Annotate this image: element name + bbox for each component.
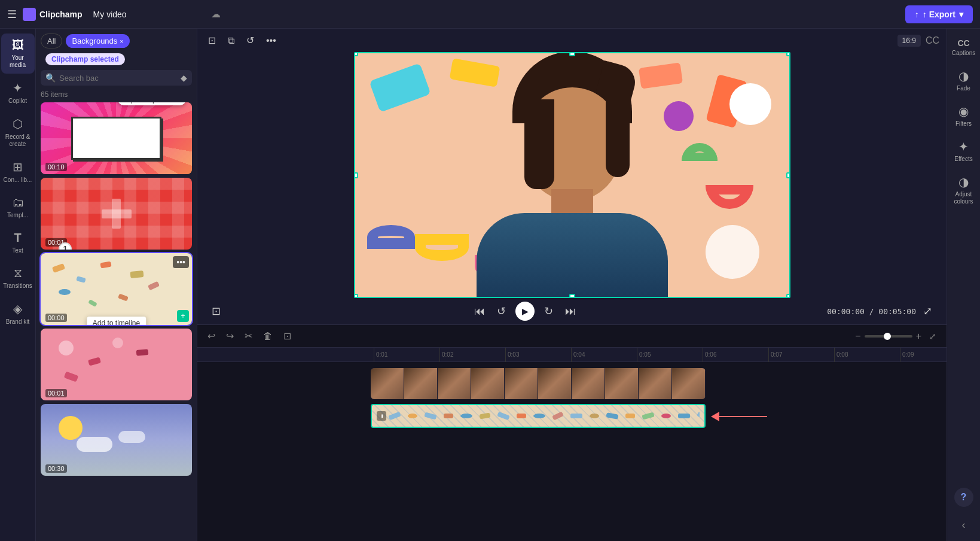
premium-icon[interactable]: ◆ bbox=[181, 73, 187, 83]
timeline-area: ↩ ↪ ✂ 🗑 ⊡ − + ⤢ 0:01 0:02 bbox=[197, 324, 947, 541]
go-to-start-btn[interactable]: ⏮ bbox=[472, 303, 487, 320]
expand-timeline-btn[interactable]: ⤢ bbox=[926, 330, 939, 343]
aspect-ratio-badge[interactable]: 16:9 bbox=[897, 35, 921, 47]
export-button[interactable]: ↑ ↑ Export ▾ bbox=[905, 5, 973, 23]
cut-btn[interactable]: ✂ bbox=[242, 329, 255, 344]
sidebar-item-brand-kit[interactable]: ◈ Brand kit bbox=[1, 297, 35, 330]
more-tools-btn[interactable]: ••• bbox=[262, 32, 280, 48]
pip-tool-btn[interactable]: ⧉ bbox=[224, 32, 238, 48]
right-tool-captions[interactable]: CC Captions bbox=[948, 34, 979, 62]
sidebar-item-text[interactable]: T Text bbox=[1, 226, 35, 259]
go-to-end-btn[interactable]: ⏭ bbox=[563, 303, 578, 320]
captions-tool-icon: CC bbox=[957, 38, 969, 48]
sidebar-item-transitions[interactable]: ⧖ Transitions bbox=[1, 262, 35, 294]
forward-btn[interactable]: ↻ bbox=[542, 302, 555, 320]
media-item-1[interactable]: 00:10 Clipchamp selec... bbox=[41, 102, 192, 174]
tab-close-icon[interactable]: × bbox=[120, 38, 123, 45]
right-sidebar: CC Captions ◑ Fade ◉ Filters ✦ Effects ◑… bbox=[947, 29, 980, 541]
undo-btn[interactable]: ↩ bbox=[204, 329, 218, 344]
items-count: 65 items bbox=[36, 89, 197, 102]
play-pause-btn[interactable]: ▶ bbox=[515, 302, 535, 321]
clipchamp-selected-filter[interactable]: Clipchamp selected bbox=[45, 53, 125, 65]
bg-shape-green-arc bbox=[682, 143, 718, 161]
export-label: ↑ Export bbox=[923, 10, 955, 19]
right-tool-filters[interactable]: ◉ Filters bbox=[948, 99, 979, 132]
bg-shape-yellow-arc bbox=[415, 234, 469, 261]
tab-all[interactable]: All bbox=[41, 34, 62, 48]
screen-fit-btn[interactable]: ⊡ bbox=[209, 302, 223, 320]
zoom-in-icon[interactable]: + bbox=[916, 331, 921, 342]
ruler-marks: 0:01 0:02 0:03 0:04 0:05 0:06 0:07 0:08 … bbox=[374, 348, 947, 362]
rewind-btn[interactable]: ↺ bbox=[494, 302, 508, 320]
sidebar-item-templates[interactable]: 🗂 Templ... bbox=[1, 191, 35, 224]
clip-frame-8 bbox=[605, 368, 639, 399]
arrow-line bbox=[719, 416, 767, 417]
filters-tool-label: Filters bbox=[955, 120, 972, 127]
bg-clip[interactable]: ⏸ bbox=[371, 404, 706, 428]
hair-left bbox=[524, 99, 554, 189]
delete-btn[interactable]: 🗑 bbox=[260, 329, 276, 344]
media-thumb-3: ••• + 00:00 bbox=[41, 253, 192, 325]
sidebar-item-label-record: Record & create bbox=[4, 133, 32, 148]
media-thumb-2: 00:01 bbox=[41, 178, 192, 250]
text-icon: T bbox=[14, 231, 21, 245]
right-tool-effects[interactable]: ✦ Effects bbox=[948, 135, 979, 168]
adjust-colours-tool-label: Adjust colours bbox=[951, 191, 977, 205]
media-item-2[interactable]: 00:01 1 👆 bbox=[41, 178, 192, 250]
search-input[interactable] bbox=[59, 74, 177, 83]
media-item-4[interactable]: 00:01 bbox=[41, 329, 192, 400]
media-item-3[interactable]: ••• + 00:00 Add to timeline 3 👆 bbox=[41, 253, 192, 325]
help-button[interactable]: ? bbox=[954, 488, 973, 507]
clip-pause-icon[interactable]: ⏸ bbox=[377, 411, 386, 421]
logo: Clipchamp bbox=[23, 8, 83, 21]
video-clip[interactable] bbox=[371, 368, 706, 399]
fullscreen-btn[interactable]: ⤢ bbox=[921, 302, 935, 320]
transitions-icon: ⧖ bbox=[14, 266, 22, 280]
timeline-ruler: 0:01 0:02 0:03 0:04 0:05 0:06 0:07 0:08 … bbox=[197, 348, 947, 362]
sidebar-item-label-copilot: Copilot bbox=[8, 98, 27, 105]
ruler-mark-4: 0:04 bbox=[571, 348, 637, 362]
zoom-slider[interactable] bbox=[865, 335, 912, 338]
zoom-out-icon[interactable]: − bbox=[855, 331, 860, 342]
clip-frame-4 bbox=[471, 368, 505, 399]
export-chevron-icon: ▾ bbox=[959, 10, 963, 19]
content-library-icon: ⊞ bbox=[13, 160, 23, 174]
right-tool-fade[interactable]: ◑ Fade bbox=[948, 64, 979, 97]
collapse-panel-btn[interactable]: ‹ bbox=[957, 514, 970, 536]
redo-btn[interactable]: ↪ bbox=[223, 329, 237, 344]
topbar-right: ↑ ↑ Export ▾ bbox=[905, 5, 973, 23]
jacket bbox=[477, 213, 668, 297]
media-duration-1: 00:10 bbox=[45, 163, 67, 171]
sidebar-item-copilot[interactable]: ✦ Copilot bbox=[1, 76, 35, 110]
selection-handle-tl bbox=[354, 52, 358, 56]
sidebar-item-record-create[interactable]: ⬡ Record & create bbox=[1, 112, 35, 153]
media-duration-5: 00:30 bbox=[45, 464, 67, 473]
sidebar-item-content-library[interactable]: ⊞ Con... lib... bbox=[1, 155, 35, 189]
captions-icon[interactable]: CC bbox=[926, 35, 939, 46]
right-tool-adjust-colours[interactable]: ◑ Adjust colours bbox=[948, 170, 979, 210]
hamburger-menu-icon[interactable]: ☰ bbox=[7, 8, 17, 21]
add-item-btn-3[interactable]: + bbox=[177, 310, 189, 322]
media-item-5[interactable]: 00:30 bbox=[41, 404, 192, 476]
zoom-slider-thumb bbox=[884, 333, 891, 340]
ruler-mark-3: 0:03 bbox=[505, 348, 571, 362]
sidebar-item-your-media[interactable]: 🖼 Your media bbox=[1, 34, 35, 74]
timeline-extra-btn[interactable]: ⊡ bbox=[280, 329, 294, 344]
selection-handle-mr bbox=[786, 172, 790, 178]
clip-frame-1 bbox=[371, 368, 404, 399]
center-area: ⊡ ⧉ ↺ ••• 16:9 CC bbox=[197, 29, 947, 541]
ruler-mark-7: 0:07 bbox=[768, 348, 834, 362]
media-thumb-1: 00:10 bbox=[41, 102, 192, 174]
portrait-person bbox=[477, 53, 668, 297]
main-area: 🖼 Your media ✦ Copilot ⬡ Record & create… bbox=[0, 29, 980, 541]
crop-tool-btn[interactable]: ⊡ bbox=[204, 32, 219, 48]
selection-handle-bm bbox=[569, 294, 575, 298]
media-more-btn-3[interactable]: ••• bbox=[173, 256, 189, 268]
media-thumb-4: 00:01 bbox=[41, 329, 192, 400]
tab-backgrounds[interactable]: Backgrounds × bbox=[66, 34, 129, 48]
video-title-input[interactable] bbox=[88, 7, 203, 22]
copilot-icon: ✦ bbox=[13, 81, 23, 95]
effects-tool-label: Effects bbox=[954, 156, 972, 163]
rotate-tool-btn[interactable]: ↺ bbox=[243, 32, 258, 48]
fade-tool-icon: ◑ bbox=[958, 69, 969, 83]
